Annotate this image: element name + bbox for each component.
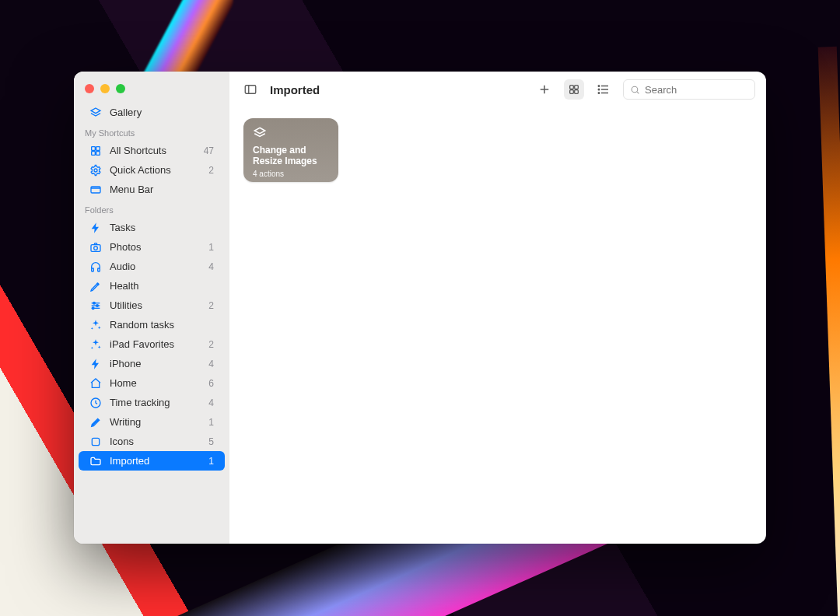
close-window-button[interactable] (85, 84, 94, 93)
sidebar-item-label: Tasks (110, 222, 135, 233)
sidebar-item-count: 2 (208, 300, 214, 311)
sidebar-item-label: Photos (110, 241, 141, 253)
svg-rect-7 (91, 244, 100, 251)
sidebar-item-label: Time tracking (110, 397, 170, 408)
minimize-window-button[interactable] (100, 84, 110, 93)
sidebar-item-all-shortcuts[interactable]: All Shortcuts47 (79, 141, 225, 160)
headphones-icon (89, 261, 102, 273)
content-pane: Imported Change a (229, 72, 766, 544)
svg-point-30 (598, 86, 600, 87)
svg-rect-24 (575, 86, 579, 89)
sidebar-item-count: 2 (208, 339, 214, 350)
sidebar-section-my-shortcuts: My Shortcuts (74, 122, 229, 141)
sidebar-item-audio[interactable]: Audio4 (79, 257, 225, 276)
svg-rect-23 (570, 86, 574, 89)
sidebar-item-count: 4 (208, 397, 214, 408)
sidebar-item-time-tracking[interactable]: Time tracking4 (79, 393, 225, 412)
sliders-icon (89, 299, 102, 312)
sidebar-item-label: All Shortcuts (110, 145, 166, 156)
new-shortcut-button[interactable] (534, 79, 555, 100)
sidebar-item-imported[interactable]: Imported1 (79, 451, 225, 471)
sidebar-item-count: 1 (208, 456, 214, 467)
grid-view-button[interactable] (564, 79, 584, 100)
sidebar-item-menu-bar[interactable]: Menu Bar (79, 180, 225, 199)
fullscreen-window-button[interactable] (116, 84, 125, 93)
sidebar-item-gallery[interactable]: Gallery (79, 103, 225, 122)
sidebar-item-count: 2 (208, 165, 214, 176)
svg-rect-0 (92, 146, 96, 150)
svg-point-8 (94, 246, 98, 250)
clock-icon (89, 397, 102, 409)
sidebar-item-label: Icons (110, 436, 134, 447)
sidebar-item-utilities[interactable]: Utilities2 (79, 296, 225, 315)
sidebar-item-random-tasks[interactable]: Random tasks (79, 315, 225, 334)
sidebar-item-ipad-favorites[interactable]: iPad Favorites2 (79, 334, 225, 354)
bolt-icon (89, 222, 102, 234)
sidebar-item-count: 5 (208, 436, 214, 447)
sidebar-item-photos[interactable]: Photos1 (79, 237, 225, 257)
svg-point-4 (94, 169, 97, 172)
window-controls (74, 79, 229, 103)
search-field[interactable] (623, 79, 755, 100)
camera-icon (89, 241, 102, 254)
svg-rect-18 (92, 438, 99, 445)
toggle-sidebar-button[interactable] (240, 79, 261, 100)
sidebar-item-count: 4 (208, 261, 214, 272)
svg-point-14 (93, 302, 96, 304)
sidebar-item-icons[interactable]: Icons5 (79, 432, 225, 451)
sidebar-item-label: Audio (110, 261, 135, 272)
svg-rect-3 (96, 151, 100, 155)
gear-icon (89, 164, 102, 177)
toolbar: Imported (229, 72, 766, 107)
sidebar: Gallery My Shortcuts All Shortcuts47Quic… (74, 72, 229, 544)
sidebar-item-writing[interactable]: Writing1 (79, 412, 225, 432)
sidebar-item-count: 47 (204, 145, 214, 156)
pencil-icon (89, 280, 102, 292)
layers-icon (89, 107, 102, 119)
sidebar-item-label: Menu Bar (110, 184, 153, 195)
sidebar-item-label: Home (110, 377, 137, 389)
list-view-button[interactable] (593, 79, 614, 100)
desktop-wallpaper: Gallery My Shortcuts All Shortcuts47Quic… (0, 0, 840, 616)
pen-icon (89, 416, 102, 429)
shortcut-grid: Change and Resize Images4 actions (229, 107, 766, 544)
sidebar-item-tasks[interactable]: Tasks (79, 218, 225, 237)
svg-point-31 (598, 89, 600, 90)
app-window: Gallery My Shortcuts All Shortcuts47Quic… (74, 72, 766, 544)
sidebar-item-label: Health (110, 280, 139, 292)
sidebar-item-count: 1 (208, 417, 214, 428)
sidebar-item-label: Quick Actions (110, 164, 171, 176)
sidebar-item-health[interactable]: Health (79, 276, 225, 296)
bolt-icon (89, 358, 102, 370)
sidebar-item-label: Imported (110, 455, 149, 467)
home-icon (89, 377, 102, 390)
svg-point-32 (598, 93, 600, 94)
sidebar-item-label: Utilities (110, 299, 142, 311)
sidebar-item-quick-actions[interactable]: Quick Actions2 (79, 160, 225, 180)
sidebar-item-label: Writing (110, 416, 141, 428)
svg-rect-9 (92, 268, 94, 271)
search-input[interactable] (645, 84, 748, 96)
sidebar-item-label: Gallery (110, 107, 142, 118)
sidebar-item-count: 6 (208, 378, 214, 389)
svg-rect-19 (245, 86, 256, 94)
svg-rect-10 (98, 268, 100, 271)
grid-icon (89, 145, 102, 157)
sidebar-item-home[interactable]: Home6 (79, 373, 225, 393)
sidebar-item-label: iPad Favorites (110, 338, 174, 350)
folder-icon (89, 455, 102, 467)
shortcut-card-subtitle: 4 actions (253, 170, 329, 178)
sidebar-item-iphone[interactable]: iPhone4 (79, 354, 225, 373)
sparkle-icon (89, 338, 102, 351)
svg-rect-26 (575, 90, 579, 94)
svg-line-34 (637, 91, 639, 93)
svg-rect-1 (96, 146, 100, 150)
sidebar-item-count: 4 (208, 359, 214, 369)
sidebar-item-label: Random tasks (110, 319, 174, 331)
svg-rect-25 (570, 90, 574, 94)
search-icon (630, 85, 640, 95)
svg-rect-5 (91, 187, 100, 193)
svg-point-15 (96, 304, 99, 306)
sidebar-item-label: iPhone (110, 358, 141, 369)
shortcut-card-change-and-resize-images[interactable]: Change and Resize Images4 actions (243, 118, 338, 182)
